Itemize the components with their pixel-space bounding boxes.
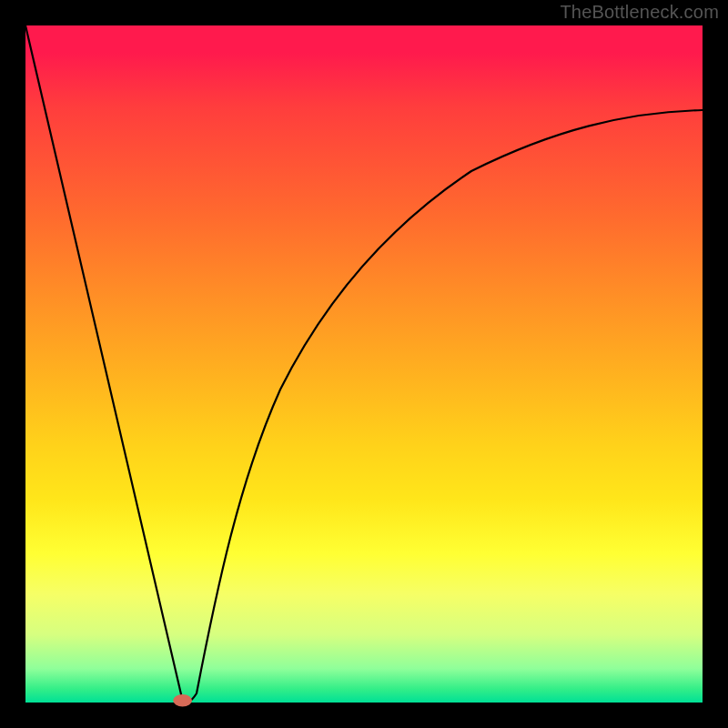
bottleneck-curve	[25, 25, 703, 703]
chart-frame: TheBottleneck.com	[0, 0, 728, 728]
minimum-marker	[173, 694, 192, 706]
chart-svg	[25, 25, 703, 703]
watermark-text: TheBottleneck.com	[560, 2, 719, 23]
